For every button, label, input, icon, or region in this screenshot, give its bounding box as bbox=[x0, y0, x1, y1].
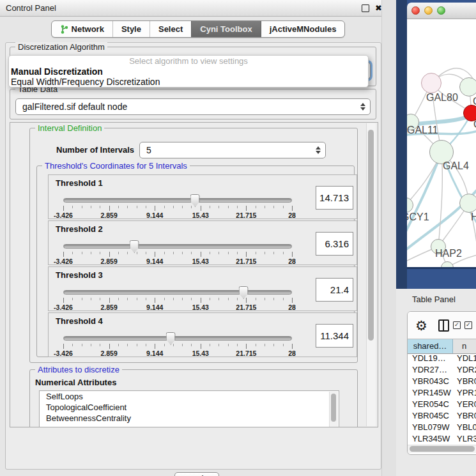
panel-scrollbar-track[interactable] bbox=[366, 123, 376, 426]
network-node[interactable] bbox=[459, 194, 476, 213]
gear-icon[interactable]: ⚙ bbox=[415, 319, 427, 332]
network-canvas[interactable]: GAL80 GAL11 GAL4 GCY1 HAP2 H G C bbox=[407, 19, 476, 267]
slider-tick-label: 28 bbox=[288, 349, 296, 357]
threshold-1-slider[interactable]: -3.4262.8599.14415.4321.71528 bbox=[63, 175, 292, 220]
cell-shared-name[interactable]: YLR345W bbox=[408, 434, 452, 445]
columns-icon[interactable] bbox=[438, 319, 449, 332]
slider-tick bbox=[118, 206, 119, 208]
attribute-list-item[interactable]: BetweennessCentrality bbox=[40, 413, 339, 424]
threshold-2-value[interactable]: 6.316 bbox=[316, 232, 353, 256]
node-label-clipped-h: H bbox=[471, 211, 476, 223]
slider-tick bbox=[72, 298, 73, 300]
slider-thumb[interactable] bbox=[130, 240, 139, 253]
float-window-icon[interactable] bbox=[362, 4, 369, 12]
cell-name[interactable]: YBR0 bbox=[452, 411, 476, 422]
table-row[interactable]: YDL19…YDL1 bbox=[408, 353, 476, 365]
slider-tick bbox=[100, 252, 100, 254]
table-row[interactable]: YBL079WYBL0 bbox=[408, 422, 476, 434]
cell-shared-name[interactable]: YBR045C bbox=[408, 411, 452, 422]
slider-tick-label: 21.715 bbox=[236, 257, 256, 265]
slider-track[interactable] bbox=[63, 336, 292, 341]
cell-name[interactable]: YDL1 bbox=[452, 353, 476, 365]
cell-shared-name[interactable]: YPR145W bbox=[408, 388, 452, 399]
table-row[interactable]: YLR345WYLR3 bbox=[408, 434, 476, 445]
threshold-4-value[interactable]: 11.344 bbox=[316, 324, 353, 348]
slider-thumb[interactable] bbox=[190, 194, 200, 207]
threshold-3-value[interactable]: 21.4 bbox=[316, 278, 353, 302]
slider-track[interactable] bbox=[63, 290, 292, 295]
tab-cyni-toolbox[interactable]: Cyni Toolbox bbox=[191, 21, 260, 37]
node-label-gal4: GAL4 bbox=[443, 160, 469, 172]
cell-name[interactable]: YBL0 bbox=[452, 422, 476, 434]
dropdown-option-equal-width-frequency[interactable]: Equal Width/Frequency Discretization bbox=[9, 77, 368, 87]
threshold-4-slider[interactable]: -3.4262.8599.14415.4321.71528 bbox=[63, 313, 292, 358]
attribute-list-item[interactable]: SelfLoops bbox=[40, 391, 339, 402]
slider-tick bbox=[155, 252, 155, 257]
threshold-2-panel: Threshold 2 -3.4262.8599.14415.4321.7152… bbox=[48, 220, 357, 265]
table-data-combobox[interactable]: galFiltered.sif default node bbox=[15, 98, 371, 115]
control-panel-titlebar: Control Panel ✖ bbox=[0, 0, 396, 17]
tab-network[interactable]: Network bbox=[52, 21, 112, 37]
cell-shared-name[interactable]: YBR043C bbox=[408, 376, 452, 388]
slider-thumb[interactable] bbox=[239, 286, 249, 299]
column-header-name[interactable]: n bbox=[453, 339, 476, 353]
threshold-1-value[interactable]: 14.713 bbox=[316, 186, 353, 210]
slider-tick bbox=[91, 206, 91, 208]
apply-button[interactable]: Apply bbox=[174, 472, 219, 476]
slider-tick bbox=[82, 252, 82, 254]
attribute-list-item[interactable]: TopologicalCoefficient bbox=[40, 402, 339, 413]
network-node[interactable] bbox=[459, 77, 476, 96]
cell-shared-name[interactable]: YBL079W bbox=[408, 422, 452, 434]
checkbox-icon[interactable]: ✓ bbox=[464, 321, 472, 329]
network-window-titlebar[interactable] bbox=[407, 3, 476, 19]
table-row[interactable]: YDR27…YDR2 bbox=[408, 365, 476, 376]
cell-shared-name[interactable]: YDL19… bbox=[408, 353, 452, 365]
table-hscrollbar-thumb[interactable] bbox=[410, 446, 475, 452]
panel-splitter[interactable] bbox=[381, 0, 397, 476]
slider-tick bbox=[201, 252, 201, 257]
tab-jactivemnodules[interactable]: jActiveMNodules bbox=[261, 21, 345, 37]
slider-tick-label: 21.715 bbox=[236, 303, 256, 311]
close-traffic-light-icon[interactable] bbox=[411, 6, 420, 15]
slider-tick-label: 28 bbox=[288, 257, 296, 265]
slider-track[interactable] bbox=[63, 244, 292, 249]
tab-select[interactable]: Select bbox=[150, 21, 191, 37]
threshold-3-slider[interactable]: -3.4262.8599.14415.4321.71528 bbox=[63, 267, 292, 312]
slider-track[interactable] bbox=[63, 198, 292, 203]
cell-name[interactable]: YLR3 bbox=[452, 434, 476, 445]
slider-tick bbox=[265, 344, 265, 346]
checkbox-icon[interactable]: ✓ bbox=[453, 321, 461, 329]
zoom-traffic-light-icon[interactable] bbox=[437, 6, 445, 15]
slider-thumb[interactable] bbox=[166, 332, 176, 345]
cell-shared-name[interactable]: YER054C bbox=[408, 399, 452, 411]
network-node[interactable] bbox=[421, 73, 441, 93]
slider-tick-label: 21.715 bbox=[236, 349, 256, 357]
cell-name[interactable]: YBR0 bbox=[452, 376, 476, 388]
cell-name[interactable]: YER0 bbox=[452, 399, 476, 411]
minimize-traffic-light-icon[interactable] bbox=[424, 6, 433, 15]
table-row[interactable]: YER054CYER0 bbox=[408, 399, 476, 411]
table-row[interactable]: YBR043CYBR0 bbox=[408, 376, 476, 388]
panel-scrollbar-thumb[interactable] bbox=[368, 130, 374, 341]
slider-tick bbox=[292, 252, 293, 257]
list-scrollbar[interactable] bbox=[329, 392, 338, 427]
slider-tick bbox=[283, 344, 284, 346]
table-row[interactable]: YPR145WYPR1 bbox=[408, 388, 476, 399]
dropdown-option-manual-discretization[interactable]: Manual Discretization bbox=[9, 66, 368, 77]
slider-tick bbox=[191, 206, 192, 208]
threshold-2-slider[interactable]: -3.4262.8599.14415.4321.71528 bbox=[63, 221, 292, 266]
number-of-intervals-combobox[interactable]: 5 bbox=[139, 142, 326, 158]
slider-tick bbox=[182, 252, 183, 254]
column-header-shared-name[interactable]: shared… bbox=[408, 339, 453, 353]
cell-shared-name[interactable]: YDR27… bbox=[408, 365, 452, 376]
tab-style[interactable]: Style bbox=[112, 21, 150, 37]
table-header-row: shared… n bbox=[408, 339, 476, 354]
slider-tick bbox=[210, 206, 210, 208]
slider-tick bbox=[228, 298, 229, 300]
table-row[interactable]: YBR045CYBR0 bbox=[408, 411, 476, 422]
table-hscrollbar[interactable] bbox=[408, 445, 476, 453]
cell-name[interactable]: YDR2 bbox=[452, 365, 476, 376]
cell-name[interactable]: YPR1 bbox=[452, 388, 476, 399]
slider-tick bbox=[256, 344, 256, 346]
numerical-attributes-list[interactable]: SelfLoopsTopologicalCoefficientBetweenne… bbox=[39, 390, 339, 427]
